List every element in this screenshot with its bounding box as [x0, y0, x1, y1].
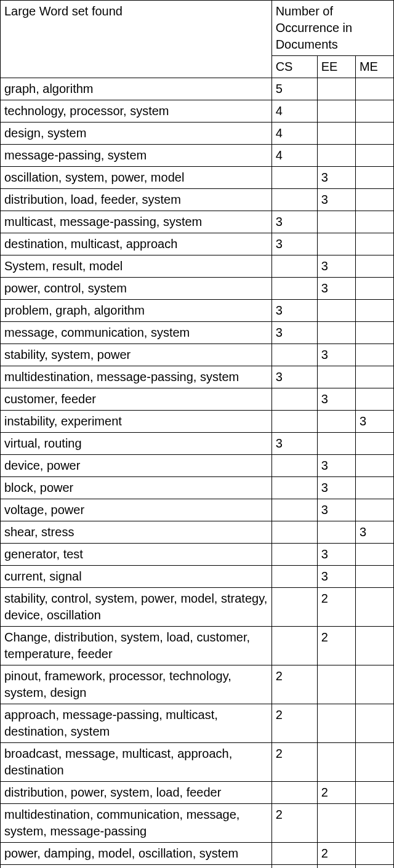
table-row: broadcast, message, multicast, approach,… — [1, 743, 394, 782]
cs-cell: 2 — [271, 743, 317, 782]
table-row: shear, stress3 — [1, 521, 394, 544]
wordset-cell: shear, stress — [1, 521, 272, 544]
me-cell — [355, 743, 393, 782]
wordset-cell: multidestination, communication, message… — [1, 804, 272, 843]
ee-cell: 3 — [317, 544, 355, 566]
header-cs: CS — [271, 56, 317, 78]
me-cell — [355, 123, 393, 145]
wordset-cell: generator, test — [1, 544, 272, 566]
wordset-cell: System, result, model — [1, 255, 272, 278]
table-row: problem, graph, algorithm3 — [1, 300, 394, 322]
table-row: multidestination, communication, message… — [1, 804, 394, 843]
ee-cell: 2 — [317, 782, 355, 804]
ee-cell — [317, 211, 355, 233]
me-cell — [355, 665, 393, 704]
wordset-cell: distribution, load, feeder, system — [1, 189, 272, 211]
ee-cell: 2 — [317, 627, 355, 665]
wordset-cell: message, communication, system — [1, 322, 272, 344]
me-cell — [355, 233, 393, 255]
cs-cell: 2 — [271, 804, 317, 843]
me-cell — [355, 167, 393, 189]
ee-cell — [317, 78, 355, 100]
ee-cell: 3 — [317, 167, 355, 189]
ee-cell: 3 — [317, 388, 355, 411]
me-cell — [355, 344, 393, 366]
wordset-cell: stability, system, power — [1, 344, 272, 366]
cs-cell — [271, 411, 317, 433]
cs-cell: 4 — [271, 123, 317, 145]
me-cell — [355, 566, 393, 588]
cs-cell: 2 — [271, 704, 317, 743]
ee-cell — [317, 743, 355, 782]
cs-cell — [271, 388, 317, 411]
table-row: multidestination, message-passing, syste… — [1, 366, 394, 388]
me-cell — [355, 278, 393, 300]
wordset-cell: pinout, framework, processor, technology… — [1, 665, 272, 704]
ee-cell — [317, 300, 355, 322]
wordset-cell: technology, processor, system — [1, 100, 272, 123]
me-cell: 3 — [355, 411, 393, 433]
ee-cell: 3 — [317, 566, 355, 588]
me-cell — [355, 388, 393, 411]
me-cell — [355, 843, 393, 865]
header-occurrence: Number of Occurrence in Documents — [271, 1, 393, 56]
me-cell — [355, 804, 393, 843]
table-row: block, power3 — [1, 477, 394, 499]
table-row: distribution, power, system, load, feede… — [1, 782, 394, 804]
cs-cell — [271, 588, 317, 627]
cs-cell: 4 — [271, 145, 317, 167]
header-wordset: Large Word set found — [1, 1, 272, 78]
ee-cell — [317, 704, 355, 743]
me-cell — [355, 366, 393, 388]
header-me: ME — [355, 56, 393, 78]
table-row: instability, experiment3 — [1, 411, 394, 433]
cs-cell: 3 — [271, 211, 317, 233]
ee-cell — [317, 322, 355, 344]
ee-cell — [317, 366, 355, 388]
ee-cell: 3 — [317, 344, 355, 366]
me-cell — [355, 145, 393, 167]
wordset-cell: multidestination, message-passing, syste… — [1, 366, 272, 388]
me-cell — [355, 455, 393, 477]
me-cell — [355, 300, 393, 322]
cs-cell: 3 — [271, 300, 317, 322]
me-cell — [355, 865, 393, 869]
cs-cell — [271, 167, 317, 189]
header-row-1: Large Word set found Number of Occurrenc… — [1, 1, 394, 56]
ee-cell — [317, 145, 355, 167]
table-row: power, damping, model, oscillation, syst… — [1, 843, 394, 865]
wordset-cell: problem, graph, algorithm — [1, 300, 272, 322]
table-row: technology, processor, system4 — [1, 100, 394, 123]
table-row: stability, system, power3 — [1, 344, 394, 366]
cs-cell: 2 — [271, 865, 317, 869]
me-cell — [355, 588, 393, 627]
cs-cell — [271, 278, 317, 300]
table-row: voltage, power3 — [1, 499, 394, 521]
cs-cell: 3 — [271, 366, 317, 388]
cs-cell: 3 — [271, 322, 317, 344]
table-row: device, power3 — [1, 455, 394, 477]
table-row: approach, message-passing, multicast, de… — [1, 704, 394, 743]
wordset-cell: broadcast, message, multicast, approach,… — [1, 743, 272, 782]
wordset-cell: block, power — [1, 477, 272, 499]
wordset-cell: voltage, power — [1, 499, 272, 521]
wordset-cell: virtual, routing — [1, 433, 272, 455]
cs-cell — [271, 627, 317, 665]
cs-cell — [271, 843, 317, 865]
wordset-cell: multicast, message-passing, system — [1, 211, 272, 233]
ee-cell: 3 — [317, 455, 355, 477]
wordset-cell: irregular, multicast, algorithm, system — [1, 865, 272, 869]
table-row: stability, control, system, power, model… — [1, 588, 394, 627]
wordset-cell: device, power — [1, 455, 272, 477]
table-row: multicast, message-passing, system3 — [1, 211, 394, 233]
table-row: message, communication, system3 — [1, 322, 394, 344]
wordset-cell: distribution, power, system, load, feede… — [1, 782, 272, 804]
me-cell — [355, 627, 393, 665]
table-row: current, signal3 — [1, 566, 394, 588]
wordset-cell: graph, algorithm — [1, 78, 272, 100]
me-cell — [355, 704, 393, 743]
wordset-cell: oscillation, system, power, model — [1, 167, 272, 189]
wordset-cell: current, signal — [1, 566, 272, 588]
me-cell — [355, 544, 393, 566]
cs-cell — [271, 499, 317, 521]
